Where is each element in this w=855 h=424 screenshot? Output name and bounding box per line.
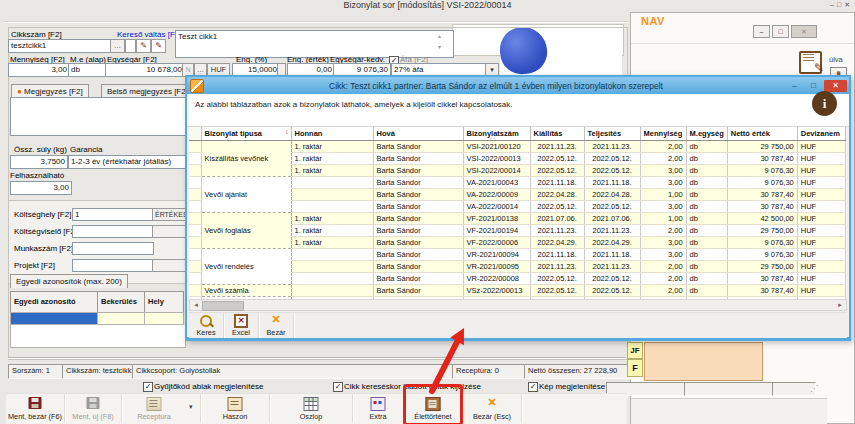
cell-mennyiseg: 3,00	[640, 237, 686, 249]
locked-label-fragment: úlva	[829, 55, 843, 64]
column-button[interactable]: Oszlop	[270, 394, 353, 423]
table-row[interactable]: Vevői számlaBarta SándorVSz-2022/0001320…	[189, 285, 845, 297]
unit-input[interactable]: db	[68, 63, 106, 77]
maximize-icon[interactable]: □	[837, 1, 841, 9]
info-icon[interactable]: i	[812, 91, 837, 116]
column-header-8[interactable]: M.egység	[686, 127, 727, 141]
dialog-minimize-icon[interactable]: –	[786, 80, 803, 92]
column-header-9[interactable]: Nettó érték	[727, 127, 797, 141]
cell-honnan: 1. raktár	[291, 225, 373, 237]
browse-button[interactable]: …	[110, 39, 125, 53]
column-header-4[interactable]: Bizonylatszám	[463, 127, 530, 141]
recipe-icon	[147, 397, 162, 411]
annotation-arrow	[398, 312, 488, 404]
cell-netto: 29 750,00	[727, 225, 797, 237]
cell-kiallitas: 2022.04.28.	[530, 189, 584, 201]
table-row[interactable]: Vevői rendelésBarta SándorVR-2021/000942…	[189, 249, 845, 261]
dialog-maximize-icon[interactable]: □	[805, 80, 822, 92]
collector-code-checkbox[interactable]: ✓	[143, 382, 153, 392]
cell-netto: 9 076,30	[727, 165, 797, 177]
status-cell	[684, 382, 777, 396]
unit-price-input[interactable]: 10 678,00	[105, 63, 185, 77]
document-type-group: Kiszállítás vevőnek	[201, 141, 291, 177]
egyedi-cell[interactable]	[97, 312, 145, 325]
project-input[interactable]	[72, 259, 154, 272]
edit-note-icon[interactable]: ✎	[799, 51, 822, 74]
egyedi-cell[interactable]	[144, 312, 184, 325]
excel-button[interactable]: ✕Excel	[224, 313, 259, 338]
item-number-label: Cikkszám [F2]	[11, 30, 62, 39]
row-selector	[189, 273, 201, 285]
cell-teljesites: 2021.11.23.	[584, 141, 640, 153]
dialog-close-icon[interactable]: ✕	[824, 80, 847, 92]
column-header-1[interactable]: Bizonylat típusa↓	[201, 127, 291, 141]
search-button[interactable]: Keres	[189, 313, 224, 338]
close-icon[interactable]: ✕	[844, 1, 850, 9]
minimize-icon[interactable]: –	[753, 25, 770, 38]
total-weight-input[interactable]: 3,7500	[10, 155, 68, 169]
egyedi-column-header[interactable]: Hely	[144, 291, 184, 313]
cell-netto: 29 750,00	[727, 261, 797, 273]
save-close-button[interactable]: Ment, bezár (F6)	[6, 394, 65, 423]
column-header-6[interactable]: Teljesítés	[584, 127, 640, 141]
resize-grip[interactable]: ⋰	[810, 384, 818, 393]
table-row[interactable]: Kiszállítás vevőnek1. raktárBarta Sándor…	[189, 141, 845, 153]
cell-honnan: 1. raktár	[291, 141, 373, 153]
egyedi-column-header[interactable]: Egyedi azonosító	[10, 291, 98, 313]
item-name-memo[interactable]: Teszt cikk1	[175, 30, 454, 58]
column-header-7[interactable]: Mennyiség	[640, 127, 686, 141]
cell-szam: VF-2021/00138	[463, 213, 530, 225]
table-row[interactable]: Vevői foglalás1. raktárBarta SándorVF-20…	[189, 213, 845, 225]
cell-hova: Barta Sándor	[373, 261, 463, 273]
usable-input[interactable]: 3,00	[10, 181, 72, 195]
recipe-dropdown-button[interactable]: ▾	[186, 394, 201, 423]
cell-honnan	[291, 189, 373, 201]
column-header-2[interactable]: Honnan	[291, 127, 373, 141]
extra-button[interactable]: Extra	[353, 394, 404, 423]
cell-deviza: HUF	[797, 249, 845, 261]
cost-bearer-input[interactable]	[72, 225, 154, 238]
close-icon[interactable]: ✕	[791, 25, 817, 38]
window-footer	[631, 398, 827, 424]
show-image-checkbox[interactable]: ✓	[528, 382, 538, 392]
table-row[interactable]: Vevői ajánlatBarta SándorVA-2021/0004320…	[189, 177, 845, 189]
scroll-left-icon[interactable]: ◂	[190, 300, 202, 310]
edit-button[interactable]: ✎	[151, 39, 166, 53]
profit-button[interactable]: Haszon	[201, 394, 270, 423]
item-number-input[interactable]: tesztcikk1	[8, 39, 112, 53]
work-number-input[interactable]	[72, 242, 154, 255]
cell-netto: 30 787,40	[727, 285, 797, 297]
cell-mennyiseg: 2,00	[640, 273, 686, 285]
row-selector	[189, 153, 201, 165]
horizontal-scrollbar[interactable]: ◂ ▸	[189, 299, 847, 311]
recipe-button[interactable]: Receptúra	[122, 394, 186, 423]
search-toggle-link[interactable]: Kereső váltás [F9]	[117, 30, 181, 39]
quantity-input[interactable]: 3,00	[8, 63, 70, 77]
column-header-5[interactable]: Kiállítás	[530, 127, 584, 141]
warranty-label: Garancia	[70, 145, 102, 154]
spin-up-icon[interactable]: ▴	[438, 32, 441, 39]
usable-label: Felhasználható	[10, 171, 64, 180]
egyedi-selected-cell[interactable]	[10, 312, 98, 325]
column-header-10[interactable]: Devizanem	[797, 127, 845, 141]
column-header-3[interactable]: Hová	[373, 127, 463, 141]
cell-honnan: 1. raktár	[291, 153, 373, 165]
egyedi-column-header[interactable]: Bekerülés	[97, 291, 145, 313]
cost-center-label: Költséghely [F2]	[14, 210, 71, 219]
tab-egyedi-azonositok[interactable]: Egyedi azonosítók (max. 200)	[10, 274, 128, 288]
blank-button[interactable]	[125, 39, 136, 53]
maximize-icon[interactable]: □	[772, 25, 789, 38]
cell-mennyiseg: 2,00	[640, 225, 686, 237]
edit-note-button[interactable]: ✎	[136, 39, 151, 53]
cell-egyseg: db	[686, 201, 727, 213]
scrollbar-thumb[interactable]	[202, 301, 244, 311]
spin-down-icon[interactable]: ▾	[438, 43, 441, 50]
cost-center-input[interactable]: 1	[72, 208, 154, 221]
minimize-icon[interactable]: –	[830, 1, 834, 9]
close-button[interactable]: ✕Bezár	[259, 313, 294, 338]
dialog-titlebar[interactable]: Cikk: Teszt cikk1 partner: Barta Sándor …	[187, 77, 849, 94]
cell-egyseg: db	[686, 153, 727, 165]
item-search-checkbox[interactable]: ✓	[333, 382, 343, 392]
scroll-right-icon[interactable]: ▸	[834, 300, 846, 310]
save-new-button[interactable]: Ment, új (F8)	[65, 394, 122, 423]
